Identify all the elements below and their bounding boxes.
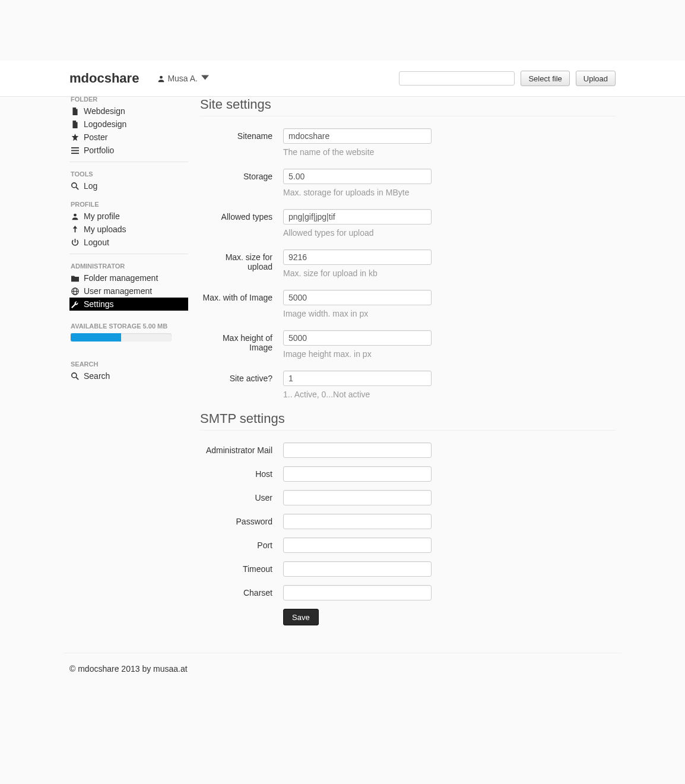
admin-mail-label: Administrator Mail <box>200 442 283 455</box>
upload-icon <box>71 226 79 233</box>
globe-icon <box>71 287 79 295</box>
power-icon <box>71 239 79 246</box>
svg-rect-2 <box>71 153 79 154</box>
search-icon <box>71 372 79 380</box>
max-width-input[interactable] <box>283 290 432 305</box>
svg-line-4 <box>76 187 78 189</box>
sitename-label: Sitename <box>200 128 283 141</box>
profile-header: PROFILE <box>69 197 188 210</box>
max-height-input[interactable] <box>283 330 432 346</box>
wrench-icon <box>71 301 79 308</box>
svg-line-9 <box>76 377 78 380</box>
host-input[interactable] <box>283 466 432 482</box>
user-menu[interactable]: Musa A. <box>157 74 209 83</box>
sidebar-label: User management <box>84 286 152 296</box>
file-icon <box>71 108 79 115</box>
smtp-user-input[interactable] <box>283 490 432 505</box>
caret-down-icon <box>201 74 209 83</box>
sidebar-item-portfolio[interactable]: Portfolio <box>69 144 188 157</box>
main-content: Site settings Sitename The name of the w… <box>188 97 616 629</box>
max-size-label: Max. size for upload <box>200 249 283 271</box>
admin-header: ADMINISTRATOR <box>69 259 188 271</box>
sidebar-label: Portfolio <box>84 146 114 155</box>
search-icon <box>71 182 79 190</box>
charset-input[interactable] <box>283 585 432 600</box>
file-icon <box>71 121 79 128</box>
sidebar-label: Poster <box>84 132 107 142</box>
sidebar-item-myuploads[interactable]: My uploads <box>69 223 188 236</box>
timeout-label: Timeout <box>200 561 283 574</box>
folder-header: FOLDER <box>69 96 188 105</box>
port-label: Port <box>200 538 283 550</box>
svg-rect-0 <box>71 147 79 148</box>
storage-help: Max. storage for uploads in MByte <box>283 188 432 197</box>
folder-icon <box>71 274 79 282</box>
storage-progress <box>71 333 172 342</box>
list-icon <box>71 147 79 154</box>
sidebar-label: Webdesign <box>84 106 125 116</box>
sidebar: FOLDER Webdesign Logodesign Poster Portf… <box>69 97 188 629</box>
user-icon <box>157 75 165 83</box>
storage-progress-bar <box>71 333 121 342</box>
site-active-input[interactable] <box>283 371 432 386</box>
svg-rect-1 <box>71 150 79 151</box>
sidebar-label: Logodesign <box>84 119 126 129</box>
storage-input[interactable] <box>283 169 432 184</box>
footer: © mdocshare 2013 by musaa.at <box>64 653 621 674</box>
max-height-help: Image height max. in px <box>283 349 432 359</box>
save-button[interactable]: Save <box>283 609 319 625</box>
charset-label: Charset <box>200 585 283 598</box>
storage-label: AVAILABLE STORAGE 5.00 MB <box>69 319 188 333</box>
topbar: mdocshare Musa A. Select file Upload <box>0 61 685 97</box>
sitename-input[interactable] <box>283 128 432 144</box>
sidebar-item-user-management[interactable]: User management <box>69 284 188 298</box>
sidebar-item-folder-management[interactable]: Folder management <box>69 271 188 284</box>
star-icon <box>71 134 79 141</box>
upload-button[interactable]: Upload <box>576 71 616 86</box>
password-label: Password <box>200 514 283 526</box>
max-height-label: Max height of Image <box>200 330 283 352</box>
sidebar-label: Settings <box>84 299 114 309</box>
sidebar-item-poster[interactable]: Poster <box>69 131 188 144</box>
svg-point-3 <box>71 182 76 187</box>
admin-mail-input[interactable] <box>283 442 432 458</box>
sidebar-item-logout[interactable]: Logout <box>69 236 188 249</box>
brand[interactable]: mdocshare <box>69 71 139 86</box>
allowed-types-input[interactable] <box>283 209 432 225</box>
divider <box>69 254 188 254</box>
sidebar-item-settings[interactable]: Settings <box>69 298 188 311</box>
sidebar-item-webdesign[interactable]: Webdesign <box>69 105 188 118</box>
allowed-types-label: Allowed types <box>200 209 283 222</box>
user-icon <box>71 213 79 220</box>
max-width-help: Image width. max in px <box>283 309 432 318</box>
select-file-button[interactable]: Select file <box>521 71 569 86</box>
sidebar-label: My profile <box>84 211 120 221</box>
search-header: SEARCH <box>69 357 188 369</box>
site-active-help: 1.. Active, 0...Not active <box>283 390 432 399</box>
site-active-label: Site active? <box>200 371 283 383</box>
site-settings-header: Site settings <box>200 97 616 116</box>
max-size-help: Max. size for upload in kb <box>283 268 432 278</box>
smtp-user-label: User <box>200 490 283 502</box>
sidebar-item-logodesign[interactable]: Logodesign <box>69 118 188 131</box>
timeout-input[interactable] <box>283 561 432 577</box>
sidebar-label: My uploads <box>84 225 126 234</box>
user-name: Musa A. <box>167 74 198 83</box>
svg-point-8 <box>71 372 76 377</box>
max-width-label: Max. with of Image <box>200 290 283 302</box>
sidebar-label: Folder management <box>84 273 158 283</box>
sidebar-item-log[interactable]: Log <box>69 179 188 192</box>
sidebar-label: Logout <box>84 238 109 247</box>
sitename-help: The name of the website <box>283 147 432 157</box>
allowed-types-help: Allowed types for upload <box>283 228 432 238</box>
divider <box>69 162 188 162</box>
sidebar-item-myprofile[interactable]: My profile <box>69 210 188 223</box>
max-size-input[interactable] <box>283 249 432 265</box>
sidebar-label: Search <box>84 371 110 381</box>
tools-header: TOOLS <box>69 167 188 179</box>
host-label: Host <box>200 466 283 479</box>
file-path-input[interactable] <box>399 71 515 86</box>
password-input[interactable] <box>283 514 432 529</box>
port-input[interactable] <box>283 538 432 553</box>
sidebar-item-search[interactable]: Search <box>69 369 188 382</box>
